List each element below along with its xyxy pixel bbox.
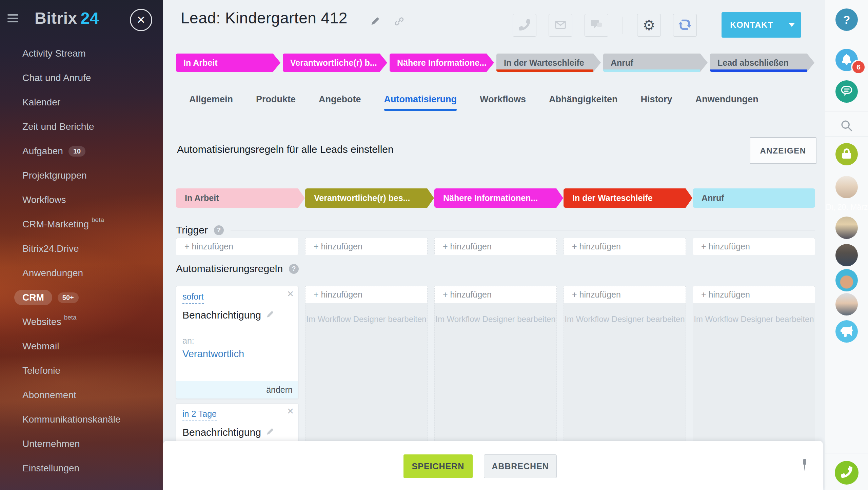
- tab-allgemein[interactable]: Allgemein: [189, 94, 233, 105]
- workflow-designer-hint[interactable]: Im Workflow Designer bearbeiten: [435, 314, 556, 324]
- add-trigger-button-1[interactable]: + hinzufügen: [176, 238, 298, 255]
- kontakt-button[interactable]: KONTAKT: [722, 12, 801, 38]
- anzeigen-button[interactable]: ANZEIGEN: [750, 137, 816, 164]
- rule-timing-link[interactable]: in 2 Tage: [182, 409, 217, 421]
- email-button[interactable]: [549, 14, 572, 37]
- workflow-designer-hint[interactable]: Im Workflow Designer bearbeiten: [693, 314, 815, 324]
- sidebar-item-kommunikationskanaele[interactable]: Kommunikationskanäle: [0, 407, 163, 432]
- sidebar-item-projektgruppen[interactable]: Projektgruppen: [0, 163, 163, 188]
- call-button[interactable]: [513, 14, 536, 37]
- sidebar-menu: Activity Stream Chat und Anrufe Kalender…: [0, 41, 163, 481]
- close-icon[interactable]: ✕: [287, 406, 294, 416]
- chat-button[interactable]: [585, 14, 608, 37]
- add-trigger-button-3[interactable]: + hinzufügen: [434, 238, 557, 255]
- crm-count-badge: 50+: [58, 292, 79, 303]
- add-trigger-button-4[interactable]: + hinzufügen: [564, 238, 686, 255]
- sidebar-item-einstellungen[interactable]: Einstellungen: [0, 456, 163, 481]
- tab-anwendungen[interactable]: Anwendungen: [695, 94, 758, 105]
- refresh-view-button[interactable]: [673, 14, 697, 37]
- sidebar-item-chat-und-anrufe[interactable]: Chat und Anrufe: [0, 66, 163, 90]
- rules-help-icon[interactable]: ?: [289, 264, 299, 274]
- tab-history[interactable]: History: [641, 94, 672, 105]
- sidebar-item-anwendungen[interactable]: Anwendungen: [0, 261, 163, 285]
- close-icon[interactable]: ✕: [287, 289, 294, 299]
- sidebar-item-crm[interactable]: CRM50+: [0, 285, 163, 310]
- pipeline-stage-lead-abschliessen[interactable]: Lead abschließen: [710, 54, 814, 72]
- sidebar-item-unternehmen[interactable]: Unternehmen: [0, 432, 163, 456]
- user-avatar-2[interactable]: [835, 217, 858, 239]
- rules-panel-3: + hinzufügen Im Workflow Designer bearbe…: [434, 286, 557, 447]
- edit-title-icon[interactable]: [370, 17, 380, 27]
- workflow-designer-hint[interactable]: Im Workflow Designer bearbeiten: [564, 314, 686, 324]
- add-rule-button-5[interactable]: + hinzufügen: [693, 286, 815, 303]
- pipeline-stage-verantwortliche[interactable]: Verantwortliche(r) b...: [283, 54, 387, 72]
- sidebar-item-kalender[interactable]: Kalender: [0, 90, 163, 115]
- hamburger-menu-icon[interactable]: [7, 14, 18, 23]
- trigger-help-icon[interactable]: ?: [214, 225, 224, 235]
- add-rule-button-4[interactable]: + hinzufügen: [564, 286, 686, 303]
- sidebar-item-crm-marketing[interactable]: CRM-Marketingbeta: [0, 212, 163, 237]
- copy-link-icon[interactable]: [394, 16, 404, 28]
- tab-angebote[interactable]: Angebote: [319, 94, 361, 105]
- edit-rule-icon[interactable]: [266, 427, 274, 438]
- add-rule-button-2[interactable]: + hinzufügen: [305, 286, 428, 303]
- sidebar-item-bitrix24-drive[interactable]: Bitrix24.Drive: [0, 237, 163, 261]
- divider: [825, 453, 868, 453]
- rules-panel-4: + hinzufügen Im Workflow Designer bearbe…: [564, 286, 686, 447]
- tab-automatisierung[interactable]: Automatisierung: [384, 94, 457, 105]
- close-icon: ✕: [137, 14, 146, 26]
- help-button[interactable]: ?: [835, 8, 858, 31]
- user-avatar-1[interactable]: [835, 176, 858, 198]
- sidebar-item-websites[interactable]: Websitesbeta: [0, 310, 163, 334]
- pin-icon[interactable]: [801, 458, 808, 473]
- rules-panel-2: + hinzufügen Im Workflow Designer bearbe…: [305, 286, 428, 447]
- bell-icon: [841, 54, 852, 66]
- sidebar-item-abonnement[interactable]: Abonnement: [0, 383, 163, 407]
- sidebar-item-telefonie[interactable]: Telefonie: [0, 359, 163, 383]
- pipeline-stage-in-arbeit[interactable]: In Arbeit: [176, 54, 280, 72]
- tab-abhaengigkeiten[interactable]: Abhängigkeiten: [549, 94, 618, 105]
- save-button[interactable]: SPEICHERN: [403, 454, 473, 478]
- announcements-button[interactable]: [835, 320, 858, 343]
- telephony-button[interactable]: [835, 461, 859, 485]
- edit-rule-icon[interactable]: [266, 309, 274, 321]
- messenger-button[interactable]: [835, 80, 858, 103]
- user-avatar-5[interactable]: [835, 293, 858, 315]
- add-trigger-button-5[interactable]: + hinzufügen: [693, 238, 815, 255]
- cancel-button[interactable]: ABBRECHEN: [484, 454, 557, 478]
- main-content: Lead: Kindergarten 412: [163, 0, 825, 490]
- close-menu-button[interactable]: ✕: [130, 9, 152, 31]
- user-avatar-4[interactable]: [835, 269, 858, 291]
- sidebar-item-activity-stream[interactable]: Activity Stream: [0, 41, 163, 66]
- settings-button[interactable]: ⚙: [637, 14, 661, 37]
- stage-column-in-arbeit[interactable]: In Arbeit: [176, 188, 305, 208]
- tab-workflows[interactable]: Workflows: [480, 94, 526, 105]
- stage-column-anruf[interactable]: Anruf: [693, 188, 815, 208]
- sidebar-item-aufgaben[interactable]: Aufgaben10: [0, 139, 163, 163]
- stage-column-verantwortliche[interactable]: Verantwortliche(r) bes...: [305, 188, 434, 208]
- recipient-link[interactable]: Verantwortlich: [182, 348, 293, 360]
- notification-count-badge: 6: [851, 60, 866, 75]
- rule-timing-link[interactable]: sofort: [182, 292, 204, 304]
- pipeline-stage-anruf[interactable]: Anruf: [603, 54, 708, 72]
- sidebar-item-workflows[interactable]: Workflows: [0, 188, 163, 212]
- tab-produkte[interactable]: Produkte: [256, 94, 296, 105]
- workflow-designer-hint[interactable]: Im Workflow Designer bearbeiten: [305, 314, 427, 324]
- kontakt-dropdown-button[interactable]: [782, 23, 801, 27]
- bottom-action-bar: SPEICHERN ABBRECHEN: [163, 441, 823, 490]
- stage-column-naehere-informationen[interactable]: Nähere Informationen...: [434, 188, 563, 208]
- search-button[interactable]: [835, 115, 858, 138]
- add-trigger-button-2[interactable]: + hinzufügen: [305, 238, 428, 255]
- sidebar-item-zeit-und-berichte[interactable]: Zeit und Berichte: [0, 115, 163, 139]
- pipeline-stage-naehere-informationen[interactable]: Nähere Informatione...: [390, 54, 494, 72]
- chat-lines-icon: [840, 84, 853, 99]
- sidebar-item-webmail[interactable]: Webmail: [0, 334, 163, 359]
- aendern-button[interactable]: ändern: [176, 381, 298, 399]
- search-icon: [840, 119, 853, 134]
- add-rule-button-3[interactable]: + hinzufügen: [434, 286, 557, 303]
- security-button[interactable]: [835, 143, 858, 165]
- megaphone-icon: [841, 325, 853, 338]
- pipeline-stage-warteschleife[interactable]: In der Warteschleife: [496, 54, 601, 72]
- stage-column-warteschleife[interactable]: In der Warteschleife: [564, 188, 692, 208]
- user-avatar-3[interactable]: [835, 244, 858, 266]
